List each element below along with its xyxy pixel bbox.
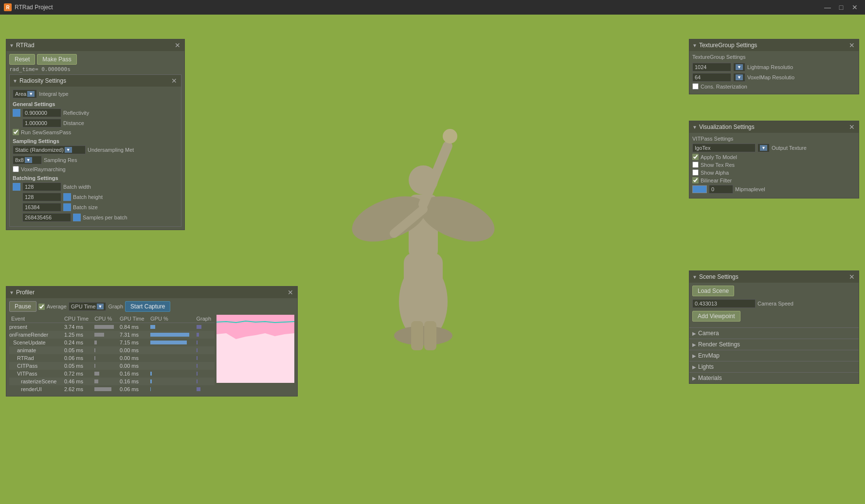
radiosity-close-button[interactable]: ✕ [170,77,178,85]
profiler-cpu-time-cell: 0.72 ms [62,370,92,378]
voxelmap-res-dropdown[interactable]: ▼ [733,73,745,82]
samples-per-batch-slider[interactable] [73,214,81,221]
batch-height-slider[interactable] [63,193,71,201]
lightmap-res-dropdown[interactable]: ▼ [733,63,745,72]
profiler-toolbar: Pause Average GPU Time ▼ Graph Start Cap… [9,301,294,312]
col-gpu-pct-header: GPU % [148,315,195,323]
profiler-cpu-time-cell: 0.06 ms [62,354,92,362]
profiler-event-cell: VITPass [9,370,62,378]
profiler-close-button[interactable]: ✕ [287,288,294,296]
scene-section-label: Lights [698,363,714,370]
profiler-collapse-arrow[interactable]: ▼ [9,290,14,295]
profiler-gpu-pct-cell [148,339,195,346]
batch-width-input[interactable] [22,182,61,191]
col-event-header: Event [9,315,62,323]
average-checkbox[interactable] [38,304,45,310]
load-scene-button[interactable]: Load Scene [692,286,734,296]
minimize-button[interactable]: — [821,2,834,13]
scene-close-button[interactable]: ✕ [848,273,856,281]
output-texture-row: ▼ Output Texture [692,144,856,152]
gpu-time-dropdown[interactable]: GPU Time ▼ [69,302,107,311]
samples-per-batch-input[interactable] [22,213,71,222]
restore-button[interactable]: □ [835,2,847,13]
batch-height-input[interactable] [22,193,61,201]
bilinear-filter-checkbox[interactable] [692,177,699,183]
profiler-cpu-pct-cell [92,370,118,378]
undersampling-row: Static (Randomized) ▼ Undersampling Met [13,145,178,154]
bilinear-filter-label: Bilinear Filter [701,178,732,183]
undersampling-label: Undersampling Met [88,147,134,153]
texture-close-button[interactable]: ✕ [848,41,856,49]
scene-section-label: Camera [698,330,719,337]
texture-collapse-arrow[interactable]: ▼ [692,43,697,48]
visualization-collapse-arrow[interactable]: ▼ [692,125,697,130]
integral-type-dropdown[interactable]: Area ▼ [13,90,37,98]
batch-size-input[interactable] [22,203,61,212]
batch-size-slider[interactable] [63,203,71,211]
distance-input[interactable] [22,119,61,127]
scene-section-arrow: ▶ [692,342,696,347]
scene-section-camera[interactable]: ▶ Camera [689,327,859,339]
profiler-event-cell: animate [9,346,62,354]
samples-per-batch-label: Samples per batch [83,215,127,220]
voxel-raymarching-label: VoxelRaymarching [21,166,66,172]
radiosity-collapse-arrow[interactable]: ▼ [13,78,18,84]
window-controls: — □ ✕ [821,2,861,13]
igotex-input[interactable] [692,144,756,152]
cons-rasterization-checkbox[interactable] [692,83,699,90]
lightmap-res-dropdown-arrow: ▼ [736,64,743,70]
voxel-raymarching-checkbox[interactable] [13,166,19,172]
show-tex-res-checkbox[interactable] [692,162,699,168]
scene-section-envmap[interactable]: ▶ EnvMap [689,350,859,361]
add-viewpoint-button[interactable]: Add Viewpoint [692,311,740,322]
pause-button[interactable]: Pause [9,301,36,312]
scene-section-lights[interactable]: ▶ Lights [689,361,859,372]
scene-section-render-settings[interactable]: ▶ Render Settings [689,339,859,350]
sampling-res-value: 8x8 [15,157,24,163]
rtrad-close-button[interactable]: ✕ [174,41,181,49]
profiler-event-cell: onFrameRender [9,331,62,339]
scene-collapse-arrow[interactable]: ▼ [692,274,697,280]
profiler-main: Event CPU Time CPU % GPU Time GPU % Grap… [9,315,294,393]
profiler-row: VITPass 0.72 ms 0.16 ms [9,370,215,378]
show-alpha-checkbox[interactable] [692,169,699,176]
sampling-res-dropdown[interactable]: 8x8 ▼ [13,156,42,164]
visualization-close-button[interactable]: ✕ [848,123,856,131]
run-sew-seams-checkbox[interactable] [13,129,19,135]
rtrad-collapse-arrow[interactable]: ▼ [9,43,14,48]
undersampling-dropdown[interactable]: Static (Randomized) ▼ [13,145,86,154]
col-graph-header: Graph [195,315,215,323]
run-sew-seams-row: Run SewSeamsPass [13,129,178,135]
undersampling-value: Static (Randomized) [15,147,64,153]
mip-level-input[interactable] [709,185,733,194]
reset-button[interactable]: Reset [9,54,35,65]
camera-speed-input[interactable] [692,299,756,308]
svg-rect-6 [404,253,443,311]
texture-panel-header: ▼ TextureGroup Settings ✕ [689,39,859,51]
mip-level-row: Mipmaplevel [692,185,856,194]
integral-type-row: Area ▼ Integral type [13,90,178,98]
voxelmap-res-input[interactable] [692,73,731,82]
lightmap-res-input[interactable] [692,63,731,72]
make-pass-button[interactable]: Make Pass [37,54,76,65]
rad-time-label: rad_time= 0.000000s [9,66,71,72]
profiler-event-cell: renderUI [9,385,62,393]
profiler-gpu-time-cell: 0.16 ms [118,378,148,385]
visualization-panel: ▼ Visualization Settings ✕ VITPass Setti… [689,121,859,198]
close-button[interactable]: ✕ [848,2,861,13]
apply-to-model-checkbox[interactable] [692,154,699,160]
profiler-gpu-pct-cell [148,354,195,362]
profiler-graph-cell [195,339,215,346]
start-capture-button[interactable]: Start Capture [125,301,170,312]
profiler-cpu-time-cell: 2.62 ms [62,385,92,393]
reflectivity-label: Reflectivity [63,110,89,116]
batch-width-slider[interactable] [13,183,20,191]
camera-speed-row: Camera Speed [692,299,856,308]
app-title: RTRad Project [15,4,821,11]
output-texture-dropdown[interactable]: ▼ [757,144,770,152]
title-bar: R RTRad Project — □ ✕ [0,0,865,15]
reflectivity-slider[interactable] [13,109,20,117]
scene-section-materials[interactable]: ▶ Materials [689,372,859,383]
sampling-res-label: Sampling Res [44,157,77,163]
reflectivity-input[interactable] [22,108,61,117]
